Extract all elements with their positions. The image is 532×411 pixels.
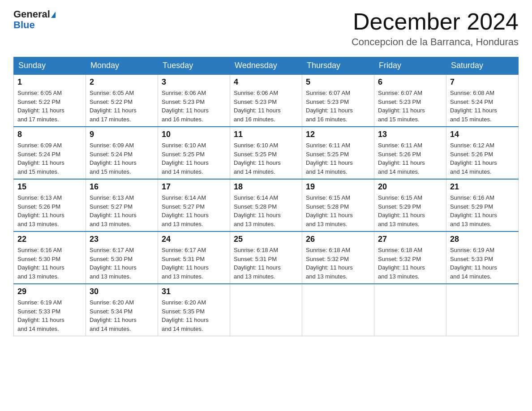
day-number: 29 (17, 287, 82, 296)
day-info: Sunrise: 6:16 AMSunset: 5:30 PMDaylight:… (17, 246, 82, 281)
title-area: December 2024 Concepcion de la Barranca,… (352, 9, 519, 48)
calendar-cell: 17Sunrise: 6:14 AMSunset: 5:27 PMDayligh… (158, 179, 230, 231)
calendar-header-row: SundayMondayTuesdayWednesdayThursdayFrid… (14, 57, 519, 75)
day-number: 4 (234, 77, 298, 87)
day-number: 13 (378, 130, 442, 139)
day-info: Sunrise: 6:12 AMSunset: 5:26 PMDaylight:… (450, 141, 515, 176)
calendar-cell: 8Sunrise: 6:09 AMSunset: 5:24 PMDaylight… (14, 127, 86, 179)
day-info: Sunrise: 6:10 AMSunset: 5:25 PMDaylight:… (162, 141, 226, 176)
day-number: 22 (17, 235, 82, 244)
calendar-header-monday: Monday (86, 57, 158, 75)
calendar-cell (446, 284, 519, 336)
day-number: 23 (90, 235, 154, 244)
day-info: Sunrise: 6:09 AMSunset: 5:24 PMDaylight:… (17, 141, 82, 176)
calendar-header-sunday: Sunday (14, 57, 86, 75)
calendar-cell (374, 284, 446, 336)
day-info: Sunrise: 6:14 AMSunset: 5:27 PMDaylight:… (162, 193, 226, 228)
calendar-week-row: 29Sunrise: 6:19 AMSunset: 5:33 PMDayligh… (14, 284, 519, 336)
day-number: 2 (90, 77, 154, 87)
calendar-cell: 23Sunrise: 6:17 AMSunset: 5:30 PMDayligh… (86, 231, 158, 284)
header: General Blue December 2024 Concepcion de… (13, 9, 519, 48)
day-info: Sunrise: 6:06 AMSunset: 5:23 PMDaylight:… (162, 89, 226, 124)
day-info: Sunrise: 6:20 AMSunset: 5:34 PMDaylight:… (90, 298, 154, 333)
calendar-cell: 1Sunrise: 6:05 AMSunset: 5:22 PMDaylight… (14, 74, 86, 127)
calendar-cell: 11Sunrise: 6:10 AMSunset: 5:25 PMDayligh… (230, 127, 302, 179)
day-number: 27 (378, 235, 442, 244)
calendar-cell: 27Sunrise: 6:18 AMSunset: 5:32 PMDayligh… (374, 231, 446, 284)
calendar-week-row: 15Sunrise: 6:13 AMSunset: 5:26 PMDayligh… (14, 179, 519, 231)
calendar-cell: 14Sunrise: 6:12 AMSunset: 5:26 PMDayligh… (446, 127, 519, 179)
day-info: Sunrise: 6:05 AMSunset: 5:22 PMDaylight:… (90, 89, 154, 124)
calendar-cell: 3Sunrise: 6:06 AMSunset: 5:23 PMDaylight… (158, 74, 230, 127)
logo-blue-text: Blue (13, 20, 56, 30)
day-number: 19 (306, 182, 370, 192)
logo-general-text: General (13, 9, 50, 20)
day-number: 3 (162, 77, 226, 87)
calendar-cell: 19Sunrise: 6:15 AMSunset: 5:28 PMDayligh… (302, 179, 374, 231)
day-info: Sunrise: 6:19 AMSunset: 5:33 PMDaylight:… (17, 298, 82, 333)
calendar-cell: 15Sunrise: 6:13 AMSunset: 5:26 PMDayligh… (14, 179, 86, 231)
day-number: 11 (234, 130, 298, 139)
calendar-cell: 5Sunrise: 6:07 AMSunset: 5:23 PMDaylight… (302, 74, 374, 127)
calendar-header-friday: Friday (374, 57, 446, 75)
calendar-table: SundayMondayTuesdayWednesdayThursdayFrid… (13, 57, 519, 336)
day-info: Sunrise: 6:20 AMSunset: 5:35 PMDaylight:… (162, 298, 226, 333)
day-info: Sunrise: 6:06 AMSunset: 5:23 PMDaylight:… (234, 89, 298, 124)
day-info: Sunrise: 6:07 AMSunset: 5:23 PMDaylight:… (306, 89, 370, 124)
day-info: Sunrise: 6:13 AMSunset: 5:26 PMDaylight:… (17, 193, 82, 228)
day-number: 20 (378, 182, 442, 192)
day-info: Sunrise: 6:10 AMSunset: 5:25 PMDaylight:… (234, 141, 298, 176)
calendar-cell: 10Sunrise: 6:10 AMSunset: 5:25 PMDayligh… (158, 127, 230, 179)
day-number: 6 (378, 77, 442, 87)
calendar-cell: 13Sunrise: 6:11 AMSunset: 5:26 PMDayligh… (374, 127, 446, 179)
calendar-week-row: 22Sunrise: 6:16 AMSunset: 5:30 PMDayligh… (14, 231, 519, 284)
month-title: December 2024 (352, 9, 519, 34)
day-number: 14 (450, 130, 515, 139)
calendar-cell: 26Sunrise: 6:18 AMSunset: 5:32 PMDayligh… (302, 231, 374, 284)
calendar-cell: 20Sunrise: 6:15 AMSunset: 5:29 PMDayligh… (374, 179, 446, 231)
calendar-header-wednesday: Wednesday (230, 57, 302, 75)
calendar-header-thursday: Thursday (302, 57, 374, 75)
calendar-header-saturday: Saturday (446, 57, 519, 75)
day-info: Sunrise: 6:09 AMSunset: 5:24 PMDaylight:… (90, 141, 154, 176)
calendar-cell: 9Sunrise: 6:09 AMSunset: 5:24 PMDaylight… (86, 127, 158, 179)
day-number: 21 (450, 182, 515, 192)
calendar-header-tuesday: Tuesday (158, 57, 230, 75)
day-number: 7 (450, 77, 515, 87)
calendar-cell: 30Sunrise: 6:20 AMSunset: 5:34 PMDayligh… (86, 284, 158, 336)
calendar-cell: 6Sunrise: 6:07 AMSunset: 5:23 PMDaylight… (374, 74, 446, 127)
calendar-cell: 29Sunrise: 6:19 AMSunset: 5:33 PMDayligh… (14, 284, 86, 336)
calendar-cell: 16Sunrise: 6:13 AMSunset: 5:27 PMDayligh… (86, 179, 158, 231)
calendar-cell: 24Sunrise: 6:17 AMSunset: 5:31 PMDayligh… (158, 231, 230, 284)
day-info: Sunrise: 6:15 AMSunset: 5:29 PMDaylight:… (378, 193, 442, 228)
day-number: 28 (450, 235, 515, 244)
location-title: Concepcion de la Barranca, Honduras (352, 36, 519, 48)
calendar-cell: 31Sunrise: 6:20 AMSunset: 5:35 PMDayligh… (158, 284, 230, 336)
logo-triangle-icon (51, 12, 56, 18)
calendar-cell: 25Sunrise: 6:18 AMSunset: 5:31 PMDayligh… (230, 231, 302, 284)
day-number: 16 (90, 182, 154, 192)
calendar-cell: 21Sunrise: 6:16 AMSunset: 5:29 PMDayligh… (446, 179, 519, 231)
calendar-cell: 12Sunrise: 6:11 AMSunset: 5:25 PMDayligh… (302, 127, 374, 179)
day-number: 31 (162, 287, 226, 296)
day-info: Sunrise: 6:07 AMSunset: 5:23 PMDaylight:… (378, 89, 442, 124)
calendar-cell: 28Sunrise: 6:19 AMSunset: 5:33 PMDayligh… (446, 231, 519, 284)
day-number: 30 (90, 287, 154, 296)
day-info: Sunrise: 6:17 AMSunset: 5:31 PMDaylight:… (162, 246, 226, 281)
calendar-cell: 7Sunrise: 6:08 AMSunset: 5:24 PMDaylight… (446, 74, 519, 127)
day-info: Sunrise: 6:18 AMSunset: 5:32 PMDaylight:… (306, 246, 370, 281)
day-info: Sunrise: 6:16 AMSunset: 5:29 PMDaylight:… (450, 193, 515, 228)
day-info: Sunrise: 6:17 AMSunset: 5:30 PMDaylight:… (90, 246, 154, 281)
day-info: Sunrise: 6:11 AMSunset: 5:25 PMDaylight:… (306, 141, 370, 176)
day-number: 10 (162, 130, 226, 139)
calendar-cell: 18Sunrise: 6:14 AMSunset: 5:28 PMDayligh… (230, 179, 302, 231)
day-number: 26 (306, 235, 370, 244)
calendar-cell (302, 284, 374, 336)
calendar-cell (230, 284, 302, 336)
day-number: 1 (17, 77, 82, 87)
day-number: 12 (306, 130, 370, 139)
day-number: 18 (234, 182, 298, 192)
day-info: Sunrise: 6:15 AMSunset: 5:28 PMDaylight:… (306, 193, 370, 228)
day-number: 9 (90, 130, 154, 139)
day-number: 17 (162, 182, 226, 192)
